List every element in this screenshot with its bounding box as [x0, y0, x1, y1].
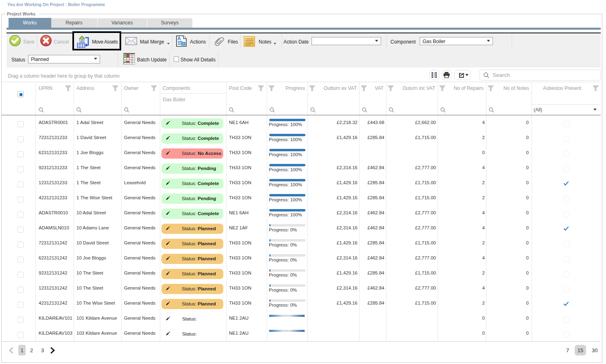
svg-text:A: A [177, 36, 181, 41]
